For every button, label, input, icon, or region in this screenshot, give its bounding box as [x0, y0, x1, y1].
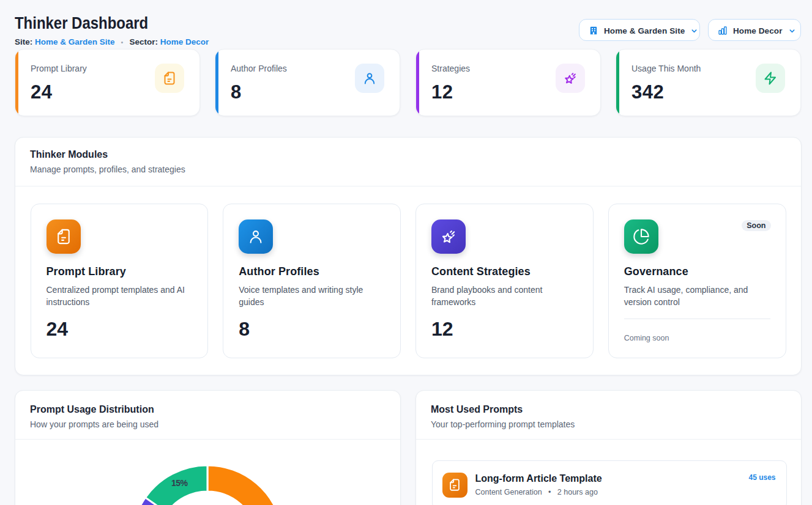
svg-text:15%: 15% [171, 478, 188, 488]
